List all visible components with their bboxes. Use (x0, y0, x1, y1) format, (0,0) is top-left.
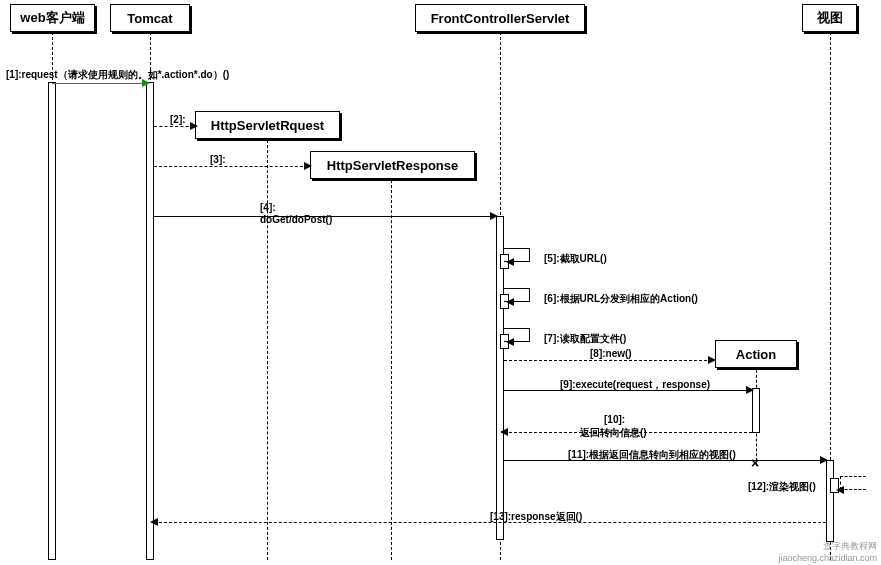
msg-2-head (190, 122, 198, 130)
activation-action (752, 388, 760, 433)
participant-label: web客户端 (20, 9, 84, 27)
msg-12-head (836, 486, 844, 494)
participant-label: Action (736, 347, 776, 362)
participant-label: Tomcat (127, 11, 172, 26)
msg-10b-label: 返回转向信息() (580, 426, 647, 440)
msg-1-label: [1]:request（请求使用规则的。如*.action*.do）() (6, 68, 229, 82)
msg-4-label: [4]: (260, 202, 276, 213)
msg-8-label: [8]:new() (590, 348, 632, 359)
msg-2-label: [2]: (170, 114, 186, 125)
msg-3-label: [3]: (210, 154, 226, 165)
participant-tomcat: Tomcat (110, 4, 190, 32)
msg-6-head (506, 298, 514, 306)
participant-httpreq: HttpServletRquest (195, 111, 340, 139)
msg-5-head (506, 258, 514, 266)
msg-9-arrow (504, 390, 750, 391)
activation-tomcat (146, 82, 154, 560)
msg-8-head (708, 356, 716, 364)
msg-1-head (142, 79, 150, 87)
participant-httpresp: HttpServletResponse (310, 151, 475, 179)
msg-4-arrow (154, 216, 494, 217)
watermark: 查字典教程网 jiaocheng.chazidian.com (778, 540, 877, 563)
msg-12-label: [12]:渲染视图() (748, 480, 816, 494)
msg-7-label: [7]:读取配置文件() (544, 332, 626, 346)
msg-3-head (304, 162, 312, 170)
msg-6-label: [6]:根据URL分发到相应的Action() (544, 292, 698, 306)
msg-9-head (746, 386, 754, 394)
msg-10-head (500, 428, 508, 436)
msg-8-arrow (504, 360, 712, 361)
msg-10-label: [10]: (604, 414, 625, 425)
participant-view: 视图 (802, 4, 857, 32)
activation-view (826, 460, 834, 542)
participant-frontcontroller: FrontControllerServlet (415, 4, 585, 32)
participant-label: HttpServletResponse (327, 158, 458, 173)
msg-13-head (150, 518, 158, 526)
msg-3-arrow (154, 166, 308, 167)
participant-label: HttpServletRquest (211, 118, 324, 133)
participant-label: FrontControllerServlet (431, 11, 570, 26)
lifeline-httpresp (391, 180, 392, 560)
msg-10-arrow (504, 432, 752, 433)
msg-5-label: [5]:截取URL() (544, 252, 607, 266)
msg-4-head (490, 212, 498, 220)
msg-7-head (506, 338, 514, 346)
msg-1-arrow (52, 83, 146, 84)
activation-web (48, 82, 56, 560)
msg-2-arrow (154, 126, 194, 127)
msg-13-arrow (154, 522, 826, 523)
participant-action: Action (715, 340, 797, 368)
participant-web-client: web客户端 (10, 4, 95, 32)
destroy-x-action: × (751, 455, 759, 471)
msg-11-arrow (504, 460, 824, 461)
participant-label: 视图 (817, 9, 843, 27)
msg-11-head (820, 456, 828, 464)
